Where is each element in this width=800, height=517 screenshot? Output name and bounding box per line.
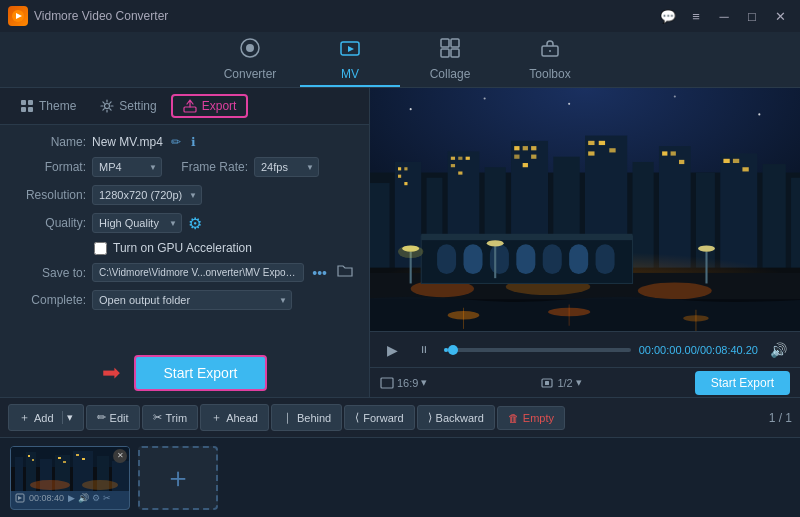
clip-play-btn[interactable]: ▶: [68, 493, 75, 503]
setting-button[interactable]: Setting: [90, 95, 166, 117]
svg-point-3: [246, 44, 254, 52]
export-label: Export: [202, 99, 237, 113]
svg-rect-5: [441, 39, 449, 47]
svg-rect-37: [762, 164, 785, 278]
resolution-select[interactable]: 1280x720 (720p): [92, 185, 202, 205]
add-button[interactable]: ＋ Add ▾: [8, 404, 84, 431]
scale-caret: ▾: [576, 376, 582, 389]
maximize-button[interactable]: □: [740, 6, 764, 26]
svg-point-88: [398, 245, 423, 258]
right-panel: ▶ ⏸ 00:00:00.00/00:08:40.20 🔊 16:9 ▾: [370, 88, 800, 397]
svg-point-18: [410, 108, 412, 110]
svg-rect-57: [588, 151, 594, 155]
clip-vol-btn[interactable]: 🔊: [78, 493, 89, 503]
svg-rect-51: [514, 155, 519, 159]
svg-point-22: [758, 113, 760, 115]
trim-icon: ✂: [153, 411, 162, 424]
gpu-checkbox[interactable]: [94, 242, 107, 255]
close-button[interactable]: ✕: [768, 6, 792, 26]
name-info-button[interactable]: ℹ: [189, 135, 198, 149]
setting-label: Setting: [119, 99, 156, 113]
svg-point-20: [568, 103, 570, 105]
tab-mv-label: MV: [341, 67, 359, 81]
time-display: 00:00:00.00/00:08:40.20: [639, 344, 758, 356]
svg-rect-49: [523, 146, 528, 150]
ahead-button[interactable]: ＋ Ahead: [200, 404, 269, 431]
theme-label: Theme: [39, 99, 76, 113]
menu-button[interactable]: ≡: [684, 6, 708, 26]
timeline: 00:08:40 ▶ 🔊 ⚙ ✂ ✕ ＋: [0, 437, 800, 517]
empty-label: Empty: [523, 412, 554, 424]
export-button-nav[interactable]: Export: [171, 94, 249, 118]
name-label: Name:: [14, 135, 86, 149]
ahead-icon: ＋: [211, 410, 222, 425]
tab-mv[interactable]: MV: [300, 37, 400, 87]
backward-button[interactable]: ⟩ Backward: [417, 405, 495, 430]
tab-converter[interactable]: Converter: [200, 37, 300, 87]
format-select[interactable]: MP4: [92, 157, 162, 177]
volume-button[interactable]: 🔊: [766, 338, 790, 362]
svg-rect-109: [76, 454, 79, 456]
complete-label: Complete:: [14, 293, 86, 307]
progress-bar[interactable]: [444, 348, 631, 352]
clip-trim-btn[interactable]: ✂: [103, 493, 111, 503]
tab-collage[interactable]: Collage: [400, 37, 500, 87]
tab-converter-label: Converter: [224, 67, 277, 81]
ratio-button[interactable]: 16:9 ▾: [380, 376, 427, 389]
svg-rect-108: [63, 461, 66, 463]
setting-icon: [100, 99, 114, 113]
minimize-button[interactable]: ─: [712, 6, 736, 26]
clip-thumbnail: [11, 447, 129, 491]
converter-icon: [239, 37, 261, 64]
save-folder-button[interactable]: [335, 264, 355, 281]
complete-select-wrap: Open output folder: [92, 290, 292, 310]
quality-settings-button[interactable]: ⚙: [188, 214, 202, 233]
svg-rect-62: [733, 159, 739, 163]
svg-rect-36: [720, 154, 757, 279]
theme-button[interactable]: Theme: [10, 95, 86, 117]
edit-label: Edit: [110, 412, 129, 424]
tab-toolbox[interactable]: Toolbox: [500, 37, 600, 87]
play-button[interactable]: ▶: [380, 338, 404, 362]
trim-button[interactable]: ✂ Trim: [142, 405, 199, 430]
start-export-button-left[interactable]: Start Export: [134, 355, 268, 391]
folder-icon: [337, 264, 353, 278]
chat-button[interactable]: 💬: [656, 6, 680, 26]
add-caret[interactable]: ▾: [62, 411, 73, 424]
svg-rect-60: [679, 160, 684, 164]
clip-settings-btn[interactable]: ⚙: [92, 493, 100, 503]
arrow-icon: ➡: [102, 360, 120, 386]
svg-rect-7: [441, 49, 449, 57]
nav-tabs: Converter MV Collage: [0, 32, 800, 88]
video-preview: [370, 88, 800, 331]
svg-point-21: [674, 95, 676, 97]
forward-button[interactable]: ⟨ Forward: [344, 405, 414, 430]
start-export-button-right[interactable]: Start Export: [695, 371, 790, 395]
name-edit-button[interactable]: ✏: [169, 135, 183, 149]
toolbox-icon: [539, 37, 561, 64]
svg-rect-47: [458, 171, 462, 174]
svg-point-111: [30, 480, 70, 490]
stop-button[interactable]: ⏸: [412, 338, 436, 362]
form-area: Name: New MV.mp4 ✏ ℹ Format: MP4 Frame R…: [0, 125, 369, 345]
svg-rect-41: [398, 175, 401, 178]
framerate-select[interactable]: 24fps: [254, 157, 319, 177]
name-row: Name: New MV.mp4 ✏ ℹ: [14, 135, 355, 149]
app-title: Vidmore Video Converter: [34, 9, 168, 23]
complete-select[interactable]: Open output folder: [92, 290, 292, 310]
behind-button[interactable]: ｜ Behind: [271, 404, 342, 431]
scale-button[interactable]: 1/2 ▾: [540, 376, 581, 389]
clip-close-button[interactable]: ✕: [113, 449, 127, 463]
quality-select[interactable]: High Quality: [92, 213, 182, 233]
empty-button[interactable]: 🗑 Empty: [497, 406, 565, 430]
svg-rect-39: [398, 167, 401, 170]
time-current: 00:00:00.00: [639, 344, 697, 356]
svg-point-19: [484, 98, 486, 100]
svg-rect-42: [404, 182, 407, 185]
save-more-button[interactable]: •••: [310, 265, 329, 281]
svg-rect-55: [599, 141, 605, 145]
forward-icon: ⟨: [355, 411, 359, 424]
edit-button[interactable]: ✏ Edit: [86, 405, 140, 430]
svg-rect-54: [588, 141, 594, 145]
add-clip-button[interactable]: ＋: [138, 446, 218, 510]
